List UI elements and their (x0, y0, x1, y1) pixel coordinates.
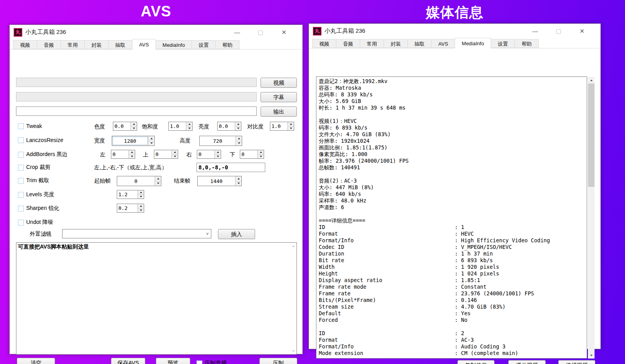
stepper-value[interactable]: 1440 (198, 176, 235, 186)
width-stepper[interactable]: 1280 (112, 136, 155, 146)
spin-up-icon[interactable] (138, 190, 144, 194)
stepper-value[interactable]: 0.0 (113, 122, 130, 130)
stepper-value[interactable]: 1.0 (169, 122, 186, 130)
tab-item[interactable]: MediaInfo (155, 40, 192, 49)
spin-down-icon[interactable] (129, 154, 135, 158)
vertical-scrollbar[interactable] (588, 77, 595, 359)
minimize-icon[interactable]: — (228, 27, 246, 38)
mediainfo-text-box[interactable]: 鹿鼎记2：神龙教.1992.mkv容器: Matroska总码率: 8 339 … (316, 76, 587, 359)
video-button[interactable]: 视频 (261, 78, 297, 88)
levels-checkbox[interactable]: Levels 亮度 (18, 191, 54, 198)
spin-down-icon[interactable] (258, 154, 264, 158)
border-left-stepper[interactable]: 0 (111, 150, 135, 159)
spin-up-icon[interactable] (155, 176, 161, 181)
scrollbar-thumb[interactable] (588, 83, 595, 187)
checkbox-box[interactable] (18, 192, 24, 198)
spin-down-icon[interactable] (138, 194, 144, 199)
encode-audio-checkbox[interactable]: 压制音频 (196, 360, 227, 364)
crop-checkbox[interactable]: Crop 裁剪 (18, 164, 50, 171)
spin-down-icon[interactable] (186, 126, 192, 130)
border-right-stepper[interactable]: 0 (197, 150, 221, 159)
scroll-up-icon[interactable] (290, 243, 296, 249)
spin-up-icon[interactable] (138, 204, 144, 208)
border-top-stepper[interactable]: 0 (154, 150, 178, 159)
stepper-value[interactable]: 0 (197, 150, 214, 158)
spin-up-icon[interactable] (129, 150, 135, 154)
clear-button[interactable]: 清空 (17, 358, 55, 364)
encode-button[interactable]: 压制 (259, 358, 297, 364)
save-avs-button[interactable]: 保存AVS (111, 358, 145, 364)
spin-up-icon[interactable] (215, 150, 221, 154)
scroll-down-icon[interactable] (290, 348, 296, 354)
tab-item[interactable]: 视频 (13, 40, 37, 49)
stepper-value[interactable]: 720 (200, 136, 236, 146)
stepper-value[interactable]: 1.2 (117, 190, 138, 199)
undot-checkbox[interactable]: Undot 降噪 (18, 219, 53, 226)
maximize-icon[interactable]: ▢ (550, 26, 568, 37)
checkbox-box[interactable] (18, 220, 24, 226)
sharpen-checkbox[interactable]: Sharpen 锐化 (18, 205, 59, 212)
hue-stepper[interactable]: 0.0 (113, 122, 137, 131)
spin-up-icon[interactable] (131, 122, 137, 126)
stepper-value[interactable]: 0 (154, 150, 171, 158)
tab-item[interactable]: AVS (431, 39, 455, 48)
spin-up-icon[interactable] (172, 150, 178, 154)
saturation-stepper[interactable]: 1.0 (168, 122, 193, 131)
textarea-scrollbar[interactable] (290, 243, 296, 354)
stepper-value[interactable]: 1.0 (270, 122, 288, 130)
chevron-down-icon[interactable]: ˅ (204, 229, 211, 238)
tab-item[interactable]: 帮助 (514, 39, 539, 48)
maximize-icon[interactable]: ▢ (252, 27, 270, 38)
insert-button[interactable]: 插入 (218, 229, 255, 239)
stepper-value[interactable]: 0 (117, 176, 155, 186)
play-video-button[interactable]: 播放视频 (508, 360, 546, 364)
tweak-checkbox[interactable]: Tweak (18, 123, 42, 129)
spin-down-icon[interactable] (288, 126, 294, 130)
checkbox-box[interactable] (196, 360, 202, 364)
spin-down-icon[interactable] (172, 154, 178, 158)
stepper-value[interactable]: 0.2 (117, 204, 138, 212)
crop-value-input[interactable] (196, 163, 265, 172)
scroll-down-icon[interactable] (588, 352, 595, 359)
spin-up-icon[interactable] (288, 122, 294, 126)
addborders-checkbox[interactable]: AddBorders 黑边 (18, 151, 68, 158)
stepper-value[interactable]: 0 (240, 150, 257, 158)
title-bar[interactable]: 丸 小丸工具箱 236 — ▢ ✕ (10, 25, 302, 39)
tab-item[interactable]: 常用 (360, 39, 384, 48)
checkbox-box[interactable] (18, 123, 24, 129)
spin-down-icon[interactable] (148, 141, 154, 146)
stepper-value[interactable]: 0 (111, 150, 129, 158)
external-filter-select[interactable]: ˅ (62, 229, 211, 238)
checkbox-box[interactable] (18, 137, 24, 143)
spin-up-icon[interactable] (258, 150, 264, 154)
close-icon[interactable]: ✕ (275, 27, 293, 38)
minimize-icon[interactable]: — (526, 26, 544, 37)
tab-item[interactable]: 抽取 (407, 39, 432, 48)
select-video-button[interactable]: 选择视频 (558, 360, 595, 364)
tab-item[interactable]: 封装 (384, 39, 408, 48)
scroll-up-icon[interactable] (588, 77, 595, 83)
copy-info-button[interactable]: 复制信息 (457, 360, 495, 364)
trim-checkbox[interactable]: Trim 截取 (18, 177, 49, 184)
checkbox-box[interactable] (18, 206, 24, 211)
spin-down-icon[interactable] (155, 181, 161, 186)
subtitle-path-input[interactable] (16, 92, 257, 101)
tab-item[interactable]: 音频 (37, 40, 61, 49)
spin-up-icon[interactable] (236, 176, 241, 181)
spin-up-icon[interactable] (186, 122, 192, 126)
end-frame-stepper[interactable]: 1440 (197, 176, 242, 186)
checkbox-box[interactable] (18, 152, 24, 158)
border-bottom-stepper[interactable]: 0 (240, 150, 264, 159)
brightness-stepper[interactable]: 0.0 (217, 122, 241, 131)
close-icon[interactable]: ✕ (573, 26, 591, 37)
spin-down-icon[interactable] (131, 126, 137, 130)
start-frame-stepper[interactable]: 0 (117, 176, 161, 186)
output-button[interactable]: 输出 (261, 107, 297, 117)
tab-item[interactable]: 常用 (61, 40, 85, 49)
spin-up-icon[interactable] (148, 136, 154, 141)
lanczosresize-checkbox[interactable]: LanczosResize (18, 137, 63, 143)
spin-down-icon[interactable] (235, 126, 241, 130)
title-bar[interactable]: 丸 小丸工具箱 236 — ▢ ✕ (309, 24, 600, 38)
spin-up-icon[interactable] (236, 136, 242, 141)
tab-item[interactable]: 视频 (312, 39, 336, 48)
